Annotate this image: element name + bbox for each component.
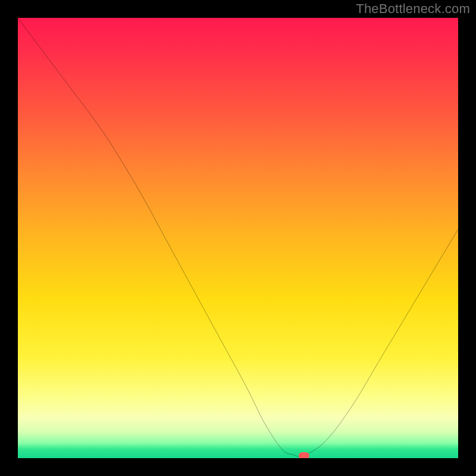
bottleneck-curve [18,18,458,458]
optimal-marker [299,452,309,458]
chart-frame: TheBottleneck.com [0,0,476,476]
watermark-text: TheBottleneck.com [356,1,470,17]
plot-area [18,18,458,458]
